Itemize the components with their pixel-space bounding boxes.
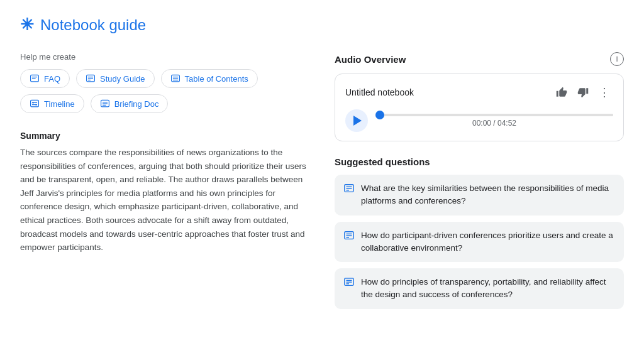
question-icon-3 [343,276,355,288]
audio-overview-header: Audio Overview i [335,52,624,66]
question-text-3: How do principles of transparency, porta… [361,276,615,302]
svg-point-14 [32,102,33,103]
question-text-1: What are the key similarities between th… [361,182,615,208]
timeline-icon [30,99,40,109]
svg-point-15 [35,104,36,105]
page-title: Notebook guide [40,16,146,34]
summary-title: Summary [20,131,309,141]
help-label: Help me create [20,52,309,62]
question-icon-2 [343,230,355,241]
suggested-questions-section: Suggested questions What are the key sim… [335,156,624,309]
asterisk-icon: ✳ [20,15,34,35]
audio-player: 00:00 / 04:52 [345,109,613,132]
chip-group-row2: Timeline Briefing Doc [20,94,309,113]
progress-track [375,114,613,116]
page-header: ✳ Notebook guide [20,15,624,35]
faq-icon [30,74,40,84]
progress-container: 00:00 / 04:52 [375,114,613,128]
summary-text: The sources compare the responsibilities… [20,146,309,254]
question-text-2: How do participant-driven conferences pr… [361,229,615,255]
study-guide-label: Study Guide [100,74,145,84]
progress-bar[interactable] [375,114,613,116]
question-card-3[interactable]: How do principles of transparency, porta… [335,268,624,309]
more-options-button[interactable]: ⋮ [596,83,613,102]
audio-card: Untitled notebook ⋮ [335,74,624,141]
audio-actions: ⋮ [553,83,613,102]
timeline-chip[interactable]: Timeline [20,94,84,113]
info-letter: i [616,55,618,63]
play-triangle-icon [353,116,362,126]
thumbs-up-button[interactable] [553,84,570,101]
progress-dot [375,111,384,119]
toc-label: Table of Contents [185,74,248,84]
question-icon-1 [343,183,355,194]
briefing-doc-chip[interactable]: Briefing Doc [91,94,169,113]
play-button[interactable] [345,109,368,132]
audio-time: 00:00 / 04:52 [375,119,613,128]
summary-section: Summary The sources compare the responsi… [20,131,309,254]
table-of-contents-chip[interactable]: Table of Contents [161,69,258,88]
right-panel: Audio Overview i Untitled notebook [335,52,624,315]
info-icon[interactable]: i [610,52,624,66]
audio-overview-title: Audio Overview [335,54,406,65]
faq-label: FAQ [44,74,60,84]
thumbs-down-button[interactable] [575,84,591,101]
study-guide-chip[interactable]: Study Guide [76,69,155,88]
timeline-label: Timeline [44,99,75,109]
audio-card-top: Untitled notebook ⋮ [345,83,613,102]
thumbs-down-icon [577,87,589,98]
suggested-title: Suggested questions [335,156,624,167]
question-card-2[interactable]: How do participant-driven conferences pr… [335,222,624,263]
notebook-name: Untitled notebook [345,87,414,97]
study-guide-icon [86,74,96,84]
briefing-doc-icon [100,99,110,109]
main-layout: Help me create FAQ Study Guid [20,52,624,315]
chip-group-row1: FAQ Study Guide [20,69,309,88]
svg-rect-11 [31,100,39,106]
toc-icon [170,74,180,84]
briefing-doc-label: Briefing Doc [114,99,159,109]
faq-chip[interactable]: FAQ [20,69,70,88]
left-panel: Help me create FAQ Study Guid [20,52,309,315]
thumbs-up-icon [556,87,567,98]
question-card-1[interactable]: What are the key similarities between th… [335,175,624,216]
